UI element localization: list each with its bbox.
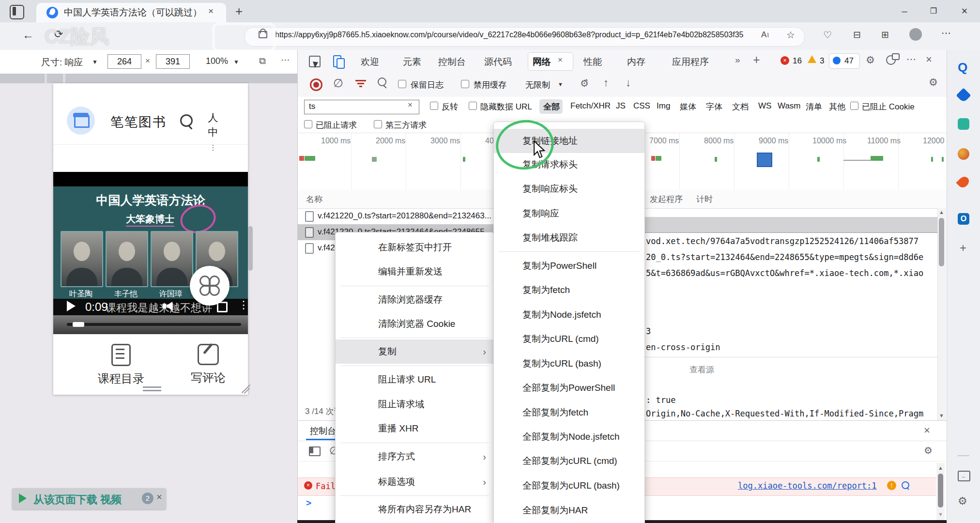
- sidebar-image-icon[interactable]: [958, 118, 969, 130]
- console-prompt-icon[interactable]: >: [306, 498, 311, 508]
- tab-memory[interactable]: 内存: [627, 56, 645, 68]
- mute-icon[interactable]: [166, 302, 172, 310]
- type-filter[interactable]: 其他: [829, 101, 845, 112]
- search-icon[interactable]: [180, 114, 193, 127]
- network-settings-icon[interactable]: ⚙: [929, 77, 938, 88]
- filter-clear-icon[interactable]: ×: [408, 100, 413, 110]
- more-tabs-icon[interactable]: »: [735, 55, 740, 65]
- more-options-icon[interactable]: ⋮: [238, 299, 249, 311]
- type-filter[interactable]: 文档: [732, 101, 749, 112]
- disable-cache-label[interactable]: 禁用缓存: [474, 79, 506, 91]
- console-scroll-thumb[interactable]: [938, 474, 943, 508]
- import-har-icon[interactable]: ↑: [603, 77, 609, 89]
- tab-close-icon[interactable]: ×: [208, 6, 214, 16]
- menu-item-block-url[interactable]: 阻止请求 URL: [336, 368, 494, 392]
- type-filter[interactable]: CSS: [633, 101, 650, 111]
- type-filter[interactable]: Img: [657, 101, 670, 111]
- throttling-select[interactable]: 无限制: [525, 79, 550, 91]
- drag-handle[interactable]: [143, 390, 161, 391]
- drag-handle[interactable]: [143, 386, 161, 388]
- sidebar-people-icon[interactable]: [958, 148, 969, 160]
- devtools-settings-icon[interactable]: ⚙: [866, 54, 875, 66]
- submenu-item-copy-all-powershell[interactable]: 全部复制为PowerShell: [494, 376, 644, 400]
- sidebar-add-icon[interactable]: +: [960, 241, 966, 255]
- filter-toggle-icon[interactable]: [355, 80, 366, 88]
- preserve-log-label[interactable]: 保留日志: [411, 79, 444, 91]
- window-close-button[interactable]: ×: [955, 5, 974, 17]
- sidebar-settings-icon[interactable]: ⚙: [958, 495, 967, 508]
- clear-icon[interactable]: ∅: [333, 77, 343, 90]
- menu-item-block-domain[interactable]: 阻止请求域: [336, 392, 494, 416]
- submenu-item-copy-all-fetch[interactable]: 全部复制为fetch: [494, 400, 644, 425]
- console-tab-label[interactable]: 控制台: [310, 425, 336, 437]
- tab-console[interactable]: 控制台: [438, 56, 466, 68]
- menu-item-open-new-tab[interactable]: 在新标签页中打开: [336, 235, 494, 260]
- menu-item-save-har[interactable]: 将所有内容另存为HAR: [336, 497, 494, 522]
- invert-label[interactable]: 反转: [442, 101, 458, 112]
- third-party-label[interactable]: 第三方请求: [385, 120, 427, 131]
- tab-application[interactable]: 应用程序: [672, 56, 709, 68]
- device-rotate-icon[interactable]: ⧉: [259, 56, 266, 66]
- device-height-input[interactable]: 391: [156, 54, 190, 69]
- export-har-icon[interactable]: ↓: [626, 77, 631, 89]
- detail-tab-initiator[interactable]: 发起程序: [650, 194, 683, 205]
- network-search-icon[interactable]: [378, 77, 386, 86]
- submenu-item-copy-curl-cmd[interactable]: 复制为cURL (cmd): [494, 327, 644, 351]
- view-source-button[interactable]: 查看源: [689, 364, 714, 375]
- detail-scroll-thumb[interactable]: [939, 218, 944, 266]
- tab-network-close-icon[interactable]: ×: [558, 55, 563, 65]
- download-video-badge[interactable]: 从该页面下载 视频 2 ×: [12, 488, 166, 509]
- progress-track[interactable]: [67, 323, 241, 326]
- detail-tab-timing[interactable]: 计时: [696, 194, 713, 205]
- menu-item-edit-resend[interactable]: 编辑并重新发送: [336, 260, 494, 284]
- network-conditions-icon[interactable]: ⚙̂: [580, 77, 589, 89]
- devtools-more-icon[interactable]: ⋯: [906, 53, 916, 65]
- tab-sources[interactable]: 源代码: [484, 56, 512, 68]
- third-party-checkbox[interactable]: [374, 120, 382, 128]
- devtools-close-icon[interactable]: ×: [926, 53, 932, 66]
- scroll-down-icon[interactable]: ▼: [939, 413, 944, 418]
- console-scroll-up-icon[interactable]: ▲: [938, 465, 943, 471]
- submenu-item-copy-all-har[interactable]: 全部复制为HAR: [494, 498, 644, 523]
- submenu-item-copy-curl-bash[interactable]: 复制为cURL (bash): [494, 352, 644, 376]
- type-filter[interactable]: 清单: [806, 101, 822, 112]
- blocked-cookie-checkbox[interactable]: [850, 102, 858, 110]
- type-filter[interactable]: 字体: [706, 101, 722, 112]
- new-tab-icon[interactable]: +: [235, 4, 243, 19]
- preserve-log-checkbox[interactable]: [398, 80, 406, 88]
- submenu-item-copy-all-nodefetch[interactable]: 全部复制为Node.jsfetch: [494, 425, 644, 449]
- submenu-item-copy-all-curl-cmd[interactable]: 全部复制为cURL (cmd): [494, 449, 644, 473]
- menu-item-clear-cache[interactable]: 清除浏览器缓存: [336, 288, 494, 312]
- menu-item-header-options[interactable]: 标题选项›: [336, 470, 494, 494]
- more-menu-icon[interactable]: ⋯: [941, 27, 951, 39]
- submenu-item-copy-fetch[interactable]: 复制为fetch: [494, 278, 644, 302]
- tab-performance[interactable]: 性能: [583, 56, 602, 68]
- scroll-up-icon[interactable]: ▲: [939, 209, 944, 215]
- name-column-header[interactable]: 名称: [306, 194, 322, 205]
- menu-item-clear-cookies[interactable]: 清除浏览器 Cookie: [336, 312, 494, 336]
- add-tab-icon[interactable]: +: [753, 53, 760, 67]
- console-error-link[interactable]: log.xiaoe-tools.com/report:1: [738, 481, 877, 491]
- url-text[interactable]: https://appy6xyj9p87665.h5.xiaoeknow.com…: [275, 31, 750, 39]
- download-badge-close-icon[interactable]: ×: [156, 492, 162, 503]
- menu-item-replay-xhr[interactable]: 重播 XHR: [336, 416, 494, 441]
- collections-icon[interactable]: ⊟: [853, 29, 861, 40]
- console-warn-badge[interactable]: !: [887, 481, 896, 490]
- console-settings-icon[interactable]: ⚙: [924, 445, 933, 456]
- play-icon[interactable]: [67, 301, 76, 311]
- profile-avatar[interactable]: [909, 28, 922, 41]
- request-name[interactable]: v.f421220_0.ts?start=2012880&end=2132463…: [318, 211, 491, 221]
- menu-item-sort-by[interactable]: 排序方式›: [336, 445, 494, 469]
- write-comment-button[interactable]: 写评论: [169, 344, 247, 385]
- tab-welcome[interactable]: 欢迎: [361, 56, 379, 68]
- submenu-item-copy-powershell[interactable]: 复制为PowerShell: [494, 254, 644, 278]
- favorites-star-icon[interactable]: ☆: [786, 29, 795, 41]
- extensions-icon[interactable]: ⊞: [881, 29, 889, 40]
- type-filter[interactable]: Fetch/XHR: [570, 101, 611, 111]
- progress-thumb[interactable]: [73, 322, 84, 327]
- hide-data-url-checkbox[interactable]: [469, 102, 477, 110]
- course-toc-button[interactable]: 课程目录: [82, 344, 160, 386]
- hide-data-url-label[interactable]: 隐藏数据 URL: [480, 101, 532, 112]
- read-aloud-icon[interactable]: A⌇: [761, 30, 769, 40]
- device-more-icon[interactable]: ⋯: [281, 54, 290, 65]
